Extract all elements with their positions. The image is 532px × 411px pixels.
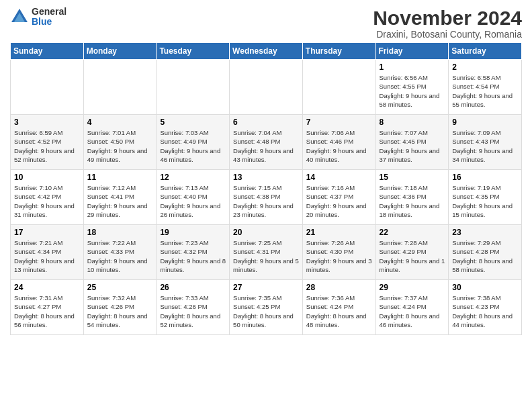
- day-number: 30: [452, 283, 518, 292]
- table-row: 23Sunrise: 7:29 AMSunset: 4:28 PMDayligh…: [449, 225, 522, 280]
- day-number: 19: [160, 228, 226, 237]
- calendar-body: 1Sunrise: 6:56 AMSunset: 4:55 PMDaylight…: [11, 60, 522, 335]
- table-row: [302, 60, 375, 115]
- logo-text: General Blue: [32, 7, 66, 28]
- day-info: Sunrise: 7:01 AMSunset: 4:50 PMDaylight:…: [87, 128, 153, 164]
- header-friday: Friday: [375, 43, 449, 60]
- calendar-table: Sunday Monday Tuesday Wednesday Thursday…: [10, 42, 522, 335]
- day-number: 11: [87, 173, 153, 182]
- day-info: Sunrise: 7:04 AMSunset: 4:48 PMDaylight:…: [233, 128, 299, 164]
- table-row: [11, 60, 84, 115]
- day-info: Sunrise: 7:32 AMSunset: 4:26 PMDaylight:…: [87, 293, 153, 329]
- header-saturday: Saturday: [449, 43, 522, 60]
- day-number: 22: [380, 228, 445, 237]
- header-tuesday: Tuesday: [157, 43, 230, 60]
- day-number: 27: [233, 283, 299, 292]
- table-row: [83, 60, 157, 115]
- day-info: Sunrise: 7:33 AMSunset: 4:26 PMDaylight:…: [160, 293, 226, 329]
- table-row: 4Sunrise: 7:01 AMSunset: 4:50 PMDaylight…: [83, 115, 157, 170]
- day-number: 13: [233, 173, 299, 182]
- table-row: 24Sunrise: 7:31 AMSunset: 4:27 PMDayligh…: [11, 280, 84, 335]
- day-number: 12: [160, 173, 226, 182]
- table-row: 29Sunrise: 7:37 AMSunset: 4:24 PMDayligh…: [375, 280, 449, 335]
- header-wednesday: Wednesday: [230, 43, 303, 60]
- header-thursday: Thursday: [302, 43, 375, 60]
- calendar-week-row: 10Sunrise: 7:10 AMSunset: 4:42 PMDayligh…: [11, 170, 522, 225]
- day-info: Sunrise: 7:12 AMSunset: 4:41 PMDaylight:…: [87, 183, 153, 219]
- day-info: Sunrise: 7:13 AMSunset: 4:40 PMDaylight:…: [160, 183, 226, 219]
- day-info: Sunrise: 7:29 AMSunset: 4:28 PMDaylight:…: [452, 238, 518, 274]
- calendar-week-row: 1Sunrise: 6:56 AMSunset: 4:55 PMDaylight…: [11, 60, 522, 115]
- day-number: 18: [87, 228, 153, 237]
- day-info: Sunrise: 7:16 AMSunset: 4:37 PMDaylight:…: [306, 183, 372, 219]
- day-number: 23: [452, 228, 518, 237]
- header-sunday: Sunday: [11, 43, 84, 60]
- table-row: 3Sunrise: 6:59 AMSunset: 4:52 PMDaylight…: [11, 115, 84, 170]
- table-row: 6Sunrise: 7:04 AMSunset: 4:48 PMDaylight…: [230, 115, 303, 170]
- day-info: Sunrise: 7:21 AMSunset: 4:34 PMDaylight:…: [14, 238, 80, 274]
- table-row: 20Sunrise: 7:25 AMSunset: 4:31 PMDayligh…: [230, 225, 303, 280]
- day-number: 4: [87, 118, 153, 127]
- day-number: 14: [306, 173, 372, 182]
- table-row: 25Sunrise: 7:32 AMSunset: 4:26 PMDayligh…: [83, 280, 157, 335]
- table-row: 21Sunrise: 7:26 AMSunset: 4:30 PMDayligh…: [302, 225, 375, 280]
- table-row: 5Sunrise: 7:03 AMSunset: 4:49 PMDaylight…: [157, 115, 230, 170]
- day-number: 26: [160, 283, 226, 292]
- day-number: 21: [306, 228, 372, 237]
- day-number: 29: [380, 283, 445, 292]
- day-info: Sunrise: 7:22 AMSunset: 4:33 PMDaylight:…: [87, 238, 153, 274]
- day-info: Sunrise: 6:56 AMSunset: 4:55 PMDaylight:…: [380, 73, 445, 109]
- table-row: 27Sunrise: 7:35 AMSunset: 4:25 PMDayligh…: [230, 280, 303, 335]
- page-container: General Blue November 2024 Draxini, Boto…: [0, 0, 532, 411]
- table-row: 1Sunrise: 6:56 AMSunset: 4:55 PMDaylight…: [375, 60, 449, 115]
- table-row: 2Sunrise: 6:58 AMSunset: 4:54 PMDaylight…: [449, 60, 522, 115]
- day-info: Sunrise: 7:06 AMSunset: 4:46 PMDaylight:…: [306, 128, 372, 164]
- table-row: [230, 60, 303, 115]
- table-row: 30Sunrise: 7:38 AMSunset: 4:23 PMDayligh…: [449, 280, 522, 335]
- day-number: 20: [233, 228, 299, 237]
- calendar-week-row: 3Sunrise: 6:59 AMSunset: 4:52 PMDaylight…: [11, 115, 522, 170]
- table-row: 22Sunrise: 7:28 AMSunset: 4:29 PMDayligh…: [375, 225, 449, 280]
- day-number: 7: [306, 118, 372, 127]
- subtitle: Draxini, Botosani County, Romania: [373, 29, 522, 40]
- day-info: Sunrise: 7:15 AMSunset: 4:38 PMDaylight:…: [233, 183, 299, 219]
- calendar-header-row: Sunday Monday Tuesday Wednesday Thursday…: [11, 43, 522, 60]
- table-row: 26Sunrise: 7:33 AMSunset: 4:26 PMDayligh…: [157, 280, 230, 335]
- table-row: 17Sunrise: 7:21 AMSunset: 4:34 PMDayligh…: [11, 225, 84, 280]
- logo-general-text: General: [32, 7, 66, 17]
- calendar-week-row: 17Sunrise: 7:21 AMSunset: 4:34 PMDayligh…: [11, 225, 522, 280]
- day-number: 25: [87, 283, 153, 292]
- day-number: 1: [380, 62, 445, 72]
- table-row: 13Sunrise: 7:15 AMSunset: 4:38 PMDayligh…: [230, 170, 303, 225]
- table-row: 15Sunrise: 7:18 AMSunset: 4:36 PMDayligh…: [375, 170, 449, 225]
- day-info: Sunrise: 7:36 AMSunset: 4:24 PMDaylight:…: [306, 293, 372, 329]
- day-number: 6: [233, 118, 299, 127]
- day-number: 3: [14, 118, 80, 127]
- main-title: November 2024: [373, 7, 522, 29]
- title-block: November 2024 Draxini, Botosani County, …: [373, 7, 522, 40]
- day-number: 17: [14, 228, 80, 237]
- day-info: Sunrise: 7:07 AMSunset: 4:45 PMDaylight:…: [380, 128, 445, 164]
- day-info: Sunrise: 7:28 AMSunset: 4:29 PMDaylight:…: [380, 238, 445, 274]
- table-row: 14Sunrise: 7:16 AMSunset: 4:37 PMDayligh…: [302, 170, 375, 225]
- page-header: General Blue November 2024 Draxini, Boto…: [10, 7, 522, 40]
- day-number: 8: [380, 118, 445, 127]
- day-info: Sunrise: 7:10 AMSunset: 4:42 PMDaylight:…: [14, 183, 80, 219]
- table-row: 9Sunrise: 7:09 AMSunset: 4:43 PMDaylight…: [449, 115, 522, 170]
- table-row: [157, 60, 230, 115]
- table-row: 16Sunrise: 7:19 AMSunset: 4:35 PMDayligh…: [449, 170, 522, 225]
- table-row: 8Sunrise: 7:07 AMSunset: 4:45 PMDaylight…: [375, 115, 449, 170]
- day-info: Sunrise: 7:23 AMSunset: 4:32 PMDaylight:…: [160, 238, 226, 274]
- day-info: Sunrise: 6:58 AMSunset: 4:54 PMDaylight:…: [452, 73, 518, 109]
- day-number: 2: [452, 62, 518, 72]
- day-number: 9: [452, 118, 518, 127]
- logo: General Blue: [10, 7, 66, 28]
- day-info: Sunrise: 7:26 AMSunset: 4:30 PMDaylight:…: [306, 238, 372, 274]
- day-info: Sunrise: 6:59 AMSunset: 4:52 PMDaylight:…: [14, 128, 80, 164]
- day-info: Sunrise: 7:09 AMSunset: 4:43 PMDaylight:…: [452, 128, 518, 164]
- logo-icon: [10, 7, 29, 26]
- day-number: 15: [380, 173, 445, 182]
- day-info: Sunrise: 7:19 AMSunset: 4:35 PMDaylight:…: [452, 183, 518, 219]
- table-row: 10Sunrise: 7:10 AMSunset: 4:42 PMDayligh…: [11, 170, 84, 225]
- day-info: Sunrise: 7:25 AMSunset: 4:31 PMDaylight:…: [233, 238, 299, 274]
